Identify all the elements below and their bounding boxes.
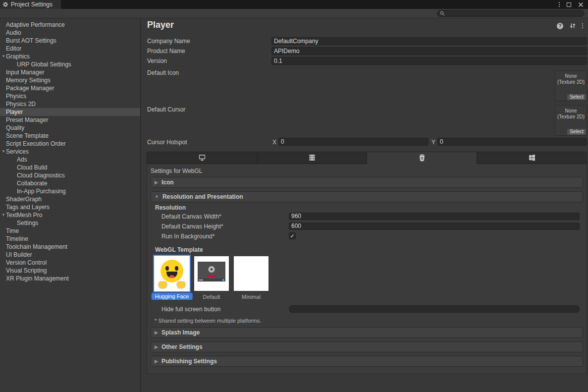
sidebar-item-quality[interactable]: Quality bbox=[0, 124, 140, 132]
sidebar-item-label: Player bbox=[0, 109, 23, 115]
company-name-field[interactable]: DefaultCompany bbox=[271, 37, 587, 45]
sidebar-item-label: Settings bbox=[0, 220, 38, 226]
default-icon-well[interactable]: None (Texture 2D) Select bbox=[555, 70, 587, 101]
search-field[interactable] bbox=[437, 10, 585, 17]
sidebar-item-label: Ads bbox=[0, 156, 27, 163]
sidebar-item-cloud-diagnostics[interactable]: Cloud Diagnostics bbox=[0, 171, 140, 179]
section-other-settings[interactable]: ▶ Other Settings bbox=[151, 341, 583, 352]
webgl-template-thumb-minimal[interactable] bbox=[234, 256, 268, 291]
default-cursor-well[interactable]: None (Texture 2D) Select bbox=[555, 105, 587, 136]
sidebar-item-label: Version Control bbox=[0, 259, 47, 266]
sidebar-item-shadergraph[interactable]: ShaderGraph bbox=[0, 195, 140, 203]
header-menu-icon[interactable] bbox=[582, 23, 583, 28]
section-splash-image[interactable]: ▶ Splash Image bbox=[151, 327, 583, 338]
checkmark-icon: ✓ bbox=[290, 233, 294, 239]
tab-standalone[interactable] bbox=[147, 152, 257, 164]
sidebar-item-memory-settings[interactable]: Memory Settings bbox=[0, 76, 140, 84]
help-icon[interactable]: ? bbox=[557, 23, 563, 29]
webgl-template-thumb-hugging-face[interactable] bbox=[155, 256, 189, 291]
product-name-field[interactable]: APIDemo bbox=[271, 47, 587, 55]
sidebar-item-script-execution-order[interactable]: Script Execution Order bbox=[0, 140, 140, 148]
section-icon[interactable]: ▶ Icon bbox=[151, 177, 583, 188]
run-in-background-checkbox[interactable]: ✓ bbox=[289, 232, 296, 239]
sidebar-item-visual-scripting[interactable]: Visual Scripting bbox=[0, 267, 140, 275]
sidebar-item-label: Time bbox=[0, 227, 19, 234]
webgl-template-label-hugging-face[interactable]: Hugging Face bbox=[152, 293, 193, 300]
default-icon-select-button[interactable]: Select bbox=[567, 94, 586, 100]
sidebar-item-settings[interactable]: Settings bbox=[0, 219, 140, 227]
window-menu-icon[interactable] bbox=[559, 2, 560, 7]
sidebar-item-toolchain-management[interactable]: Toolchain Management bbox=[0, 243, 140, 251]
html5-icon: 5 bbox=[418, 154, 426, 162]
sidebar-item-xr-plugin-management[interactable]: XR Plugin Management bbox=[0, 275, 140, 282]
sidebar-item-editor[interactable]: Editor bbox=[0, 45, 140, 53]
chevron-right-icon[interactable]: ▶ bbox=[155, 344, 158, 349]
section-other-label: Other Settings bbox=[161, 343, 203, 350]
cursor-hotspot-y-field[interactable]: 0 bbox=[437, 138, 587, 146]
chevron-down-icon[interactable]: ▼ bbox=[1, 55, 5, 58]
sidebar-item-urp-global-settings[interactable]: URP Global Settings bbox=[0, 60, 140, 68]
sidebar-item-services[interactable]: ▼Services bbox=[0, 148, 140, 156]
desktop-icon bbox=[198, 154, 206, 162]
sidebar-item-label: Package Manager bbox=[0, 85, 54, 92]
canvas-width-field[interactable]: 960 bbox=[289, 213, 580, 220]
hide-fullscreen-field[interactable] bbox=[289, 305, 580, 313]
section-publishing-label: Publishing Settings bbox=[161, 358, 217, 365]
chevron-right-icon[interactable]: ▶ bbox=[155, 330, 158, 335]
window-tab-project-settings[interactable]: Project Settings bbox=[0, 0, 61, 9]
search-input[interactable] bbox=[446, 10, 580, 16]
sidebar-item-time[interactable]: Time bbox=[0, 227, 140, 235]
webgl-template-thumb-default[interactable] bbox=[194, 256, 229, 291]
webgl-template-label-default[interactable]: Default bbox=[203, 294, 220, 300]
default-cursor-well-line2: (Texture 2D) bbox=[555, 114, 587, 120]
sidebar-item-version-control[interactable]: Version Control bbox=[0, 259, 140, 267]
section-resolution-and-presentation[interactable]: ▼ Resolution and Presentation bbox=[151, 191, 583, 202]
sidebar-item-label: Preset Manager bbox=[0, 116, 48, 123]
sidebar-item-audio[interactable]: Audio bbox=[0, 29, 140, 37]
sidebar-item-player[interactable]: Player bbox=[0, 108, 140, 116]
sidebar-item-input-manager[interactable]: Input Manager bbox=[0, 68, 140, 76]
tab-dedicated-server[interactable] bbox=[257, 152, 367, 164]
sidebar-item-adaptive-performance[interactable]: Adaptive Performance bbox=[0, 21, 140, 29]
sidebar-item-burst-aot-settings[interactable]: Burst AOT Settings bbox=[0, 37, 140, 45]
chevron-down-icon[interactable]: ▼ bbox=[1, 150, 5, 154]
sidebar-item-tags-and-layers[interactable]: Tags and Layers bbox=[0, 203, 140, 211]
section-publishing-settings[interactable]: ▶ Publishing Settings bbox=[151, 356, 583, 367]
sidebar-item-physics[interactable]: Physics bbox=[0, 92, 140, 100]
sidebar-item-label: URP Global Settings bbox=[0, 61, 71, 68]
sidebar-item-ads[interactable]: Ads bbox=[0, 156, 140, 164]
tab-webgl[interactable]: 5 bbox=[367, 152, 477, 164]
canvas-height-field[interactable]: 600 bbox=[289, 223, 580, 230]
sidebar-item-textmesh-pro[interactable]: ▼TextMesh Pro bbox=[0, 211, 140, 219]
cursor-hotspot-x-field[interactable]: 0 bbox=[278, 138, 428, 146]
sidebar-item-cloud-build[interactable]: Cloud Build bbox=[0, 164, 140, 171]
chevron-down-icon[interactable]: ▼ bbox=[1, 213, 5, 217]
sidebar-item-collaborate[interactable]: Collaborate bbox=[0, 179, 140, 187]
section-splash-label: Splash Image bbox=[161, 329, 200, 336]
company-name-label: Company Name bbox=[147, 37, 190, 45]
chevron-right-icon[interactable]: ▶ bbox=[155, 359, 158, 364]
sidebar-item-physics-2d[interactable]: Physics 2D bbox=[0, 100, 140, 108]
settings-for-platform-title: Settings for WebGL bbox=[151, 167, 203, 175]
sidebar-item-preset-manager[interactable]: Preset Manager bbox=[0, 116, 140, 124]
server-icon bbox=[308, 154, 316, 162]
sidebar-item-package-manager[interactable]: Package Manager bbox=[0, 84, 140, 92]
webgl-template-label-minimal[interactable]: Minimal bbox=[242, 294, 261, 300]
preset-icon[interactable] bbox=[569, 22, 576, 29]
sidebar-item-timeline[interactable]: Timeline bbox=[0, 235, 140, 243]
maximize-icon[interactable] bbox=[567, 2, 571, 7]
cursor-hotspot-x-label: X bbox=[272, 138, 276, 146]
default-cursor-select-button[interactable]: Select bbox=[567, 129, 586, 135]
version-field[interactable]: 0.1 bbox=[271, 57, 587, 65]
sidebar-item-ui-builder[interactable]: UI Builder bbox=[0, 251, 140, 259]
chevron-down-icon[interactable]: ▼ bbox=[155, 194, 159, 199]
svg-text:5: 5 bbox=[421, 156, 423, 161]
close-icon[interactable] bbox=[578, 2, 584, 7]
sidebar-item-in-app-purchasing[interactable]: In-App Purchasing bbox=[0, 187, 140, 195]
page-title: Player bbox=[147, 20, 174, 30]
default-cursor-label: Default Cursor bbox=[147, 106, 185, 113]
sidebar-item-graphics[interactable]: ▼Graphics bbox=[0, 53, 140, 60]
tab-windows-store[interactable] bbox=[477, 152, 587, 164]
sidebar-item-scene-template[interactable]: Scene Template bbox=[0, 132, 140, 140]
chevron-right-icon[interactable]: ▶ bbox=[155, 180, 158, 185]
